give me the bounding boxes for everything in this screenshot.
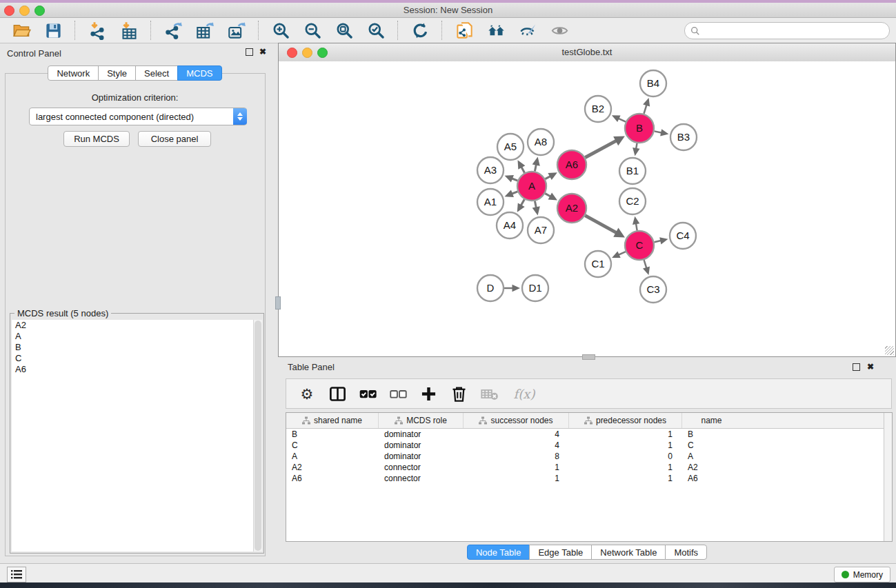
close-panel-icon[interactable]: ✖ xyxy=(259,48,266,56)
apply-function-icon[interactable]: f(x) xyxy=(508,383,541,404)
column-header-successor-nodes[interactable]: successor nodes xyxy=(464,413,569,428)
result-item[interactable]: A2 xyxy=(12,320,254,331)
new-network-from-selection-icon[interactable] xyxy=(452,20,476,41)
graph-node-C3[interactable]: C3 xyxy=(640,276,666,303)
hide-selected-icon[interactable] xyxy=(516,20,539,41)
graph-node-C1[interactable]: C1 xyxy=(585,251,611,277)
edge-B-B2[interactable] xyxy=(612,115,626,122)
edge-A-A5[interactable] xyxy=(518,160,526,172)
graph-node-A7[interactable]: A7 xyxy=(528,217,554,243)
first-neighbors-icon[interactable] xyxy=(484,20,508,41)
task-history-button[interactable] xyxy=(7,567,26,582)
tab-network-table[interactable]: Network Table xyxy=(591,545,666,560)
export-table-icon[interactable] xyxy=(193,20,217,41)
graph-node-C2[interactable]: C2 xyxy=(619,188,646,214)
edge-D-D1[interactable] xyxy=(504,285,520,292)
delete-table-icon[interactable] xyxy=(477,383,501,404)
table-scrollbar[interactable] xyxy=(884,413,892,541)
edge-A-A8[interactable] xyxy=(532,157,540,172)
column-header-shared-name[interactable]: shared name xyxy=(286,413,379,428)
zoom-selected-icon[interactable] xyxy=(364,20,388,41)
column-header-name[interactable]: name xyxy=(682,413,741,428)
edge-A-A4[interactable] xyxy=(517,199,525,212)
float-panel-icon[interactable] xyxy=(246,48,253,56)
horizontal-splitter-handle[interactable] xyxy=(582,354,595,360)
export-network-icon[interactable] xyxy=(161,20,185,41)
search-input[interactable] xyxy=(700,25,889,37)
edge-B-B1[interactable] xyxy=(633,143,639,156)
table-row[interactable]: Adominator80A xyxy=(286,451,892,462)
graph-node-A1[interactable]: A1 xyxy=(477,189,504,215)
show-all-icon[interactable] xyxy=(548,20,571,41)
table-row[interactable]: Cdominator41C xyxy=(286,440,892,451)
edge-A-A1[interactable] xyxy=(505,190,518,197)
graph-node-B3[interactable]: B3 xyxy=(670,124,697,150)
tab-style[interactable]: Style xyxy=(98,65,136,81)
delete-rows-icon[interactable] xyxy=(447,383,470,404)
graph-node-A8[interactable]: A8 xyxy=(528,129,554,155)
graph-node-A4[interactable]: A4 xyxy=(497,212,523,239)
show-columns-icon[interactable] xyxy=(326,383,349,404)
column-header-predecessor-nodes[interactable]: predecessor nodes xyxy=(569,413,682,428)
graph-node-A[interactable]: A xyxy=(517,172,546,201)
edge-C-C2[interactable] xyxy=(633,216,639,231)
export-image-icon[interactable] xyxy=(225,20,248,41)
tab-mcds[interactable]: MCDS xyxy=(177,65,221,81)
table-row[interactable]: Bdominator41B xyxy=(286,429,892,440)
vertical-splitter-handle[interactable] xyxy=(275,296,281,310)
tab-motifs[interactable]: Motifs xyxy=(665,545,707,560)
tab-node-table[interactable]: Node Table xyxy=(467,545,530,560)
edge-B-B3[interactable] xyxy=(655,129,669,136)
network-canvas[interactable]: B4B2BB3A8A5A6A3B1AC2A1A2A4A7C4CC1DD1C3 xyxy=(279,61,895,356)
graph-node-A5[interactable]: A5 xyxy=(497,134,524,160)
edge-C-C4[interactable] xyxy=(654,237,668,244)
graph-node-D[interactable]: D xyxy=(477,275,504,301)
graph-node-A6[interactable]: A6 xyxy=(557,150,586,179)
result-item[interactable]: B xyxy=(12,342,254,353)
deselect-all-icon[interactable] xyxy=(386,383,410,404)
float-table-panel-icon[interactable] xyxy=(853,363,860,371)
edge-A-A7[interactable] xyxy=(532,201,540,216)
select-all-icon[interactable] xyxy=(356,383,379,404)
import-network-icon[interactable] xyxy=(86,20,109,41)
edge-A-A6[interactable] xyxy=(545,172,557,180)
graph-node-A3[interactable]: A3 xyxy=(477,157,504,183)
graph-node-A2[interactable]: A2 xyxy=(557,194,586,223)
result-item[interactable]: A xyxy=(12,331,254,342)
graph-node-B4[interactable]: B4 xyxy=(640,70,666,97)
result-item[interactable]: A6 xyxy=(12,364,254,375)
graph-node-B1[interactable]: B1 xyxy=(619,158,646,184)
zoom-fit-icon[interactable] xyxy=(332,20,356,41)
edge-A-A3[interactable] xyxy=(505,175,518,183)
edge-A2-C[interactable] xyxy=(585,216,625,238)
table-row[interactable]: A6connector11A6 xyxy=(286,473,892,484)
apply-layout-icon[interactable] xyxy=(408,20,432,41)
zoom-in-icon[interactable] xyxy=(269,20,292,41)
graph-node-C[interactable]: C xyxy=(625,231,654,260)
run-mcds-button[interactable]: Run MCDS xyxy=(63,131,130,147)
edge-C-C3[interactable] xyxy=(643,260,650,275)
graph-node-C4[interactable]: C4 xyxy=(670,223,696,249)
zoom-out-icon[interactable] xyxy=(301,20,324,41)
memory-button[interactable]: Memory xyxy=(834,567,890,582)
add-row-icon[interactable] xyxy=(417,383,440,404)
graph-node-B2[interactable]: B2 xyxy=(585,96,611,122)
edge-C-C1[interactable] xyxy=(612,251,626,258)
network-window-titlebar[interactable]: testGlobe.txt xyxy=(279,43,895,62)
import-table-icon[interactable] xyxy=(117,20,141,41)
edge-A-A2[interactable] xyxy=(545,193,557,201)
edge-A6-B[interactable] xyxy=(585,136,625,157)
close-table-panel-icon[interactable]: ✖ xyxy=(867,363,874,371)
open-session-icon[interactable] xyxy=(10,20,33,41)
save-session-icon[interactable] xyxy=(41,20,65,41)
result-scrollbar[interactable] xyxy=(253,320,262,551)
tab-network[interactable]: Network xyxy=(48,65,99,81)
graph-node-B[interactable]: B xyxy=(625,114,654,143)
table-row[interactable]: A2connector11A2 xyxy=(286,462,892,473)
graph-node-D1[interactable]: D1 xyxy=(522,275,548,301)
resize-grip[interactable] xyxy=(885,346,894,355)
edge-B-B4[interactable] xyxy=(643,98,650,114)
tab-edge-table[interactable]: Edge Table xyxy=(529,545,592,560)
tab-select[interactable]: Select xyxy=(135,65,178,81)
result-item[interactable]: C xyxy=(12,353,254,364)
